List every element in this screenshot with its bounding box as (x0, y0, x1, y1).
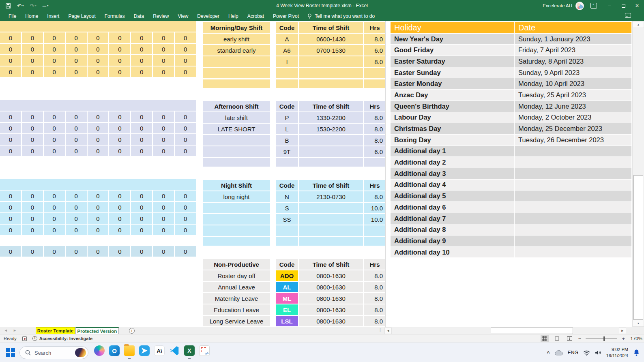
total-cell[interactable]: 0 (175, 146, 196, 156)
total-cell[interactable]: 0 (0, 246, 21, 257)
holiday-date-cell[interactable] (515, 236, 631, 246)
record-macro-icon[interactable] (22, 336, 27, 341)
time-cell[interactable] (299, 135, 363, 146)
code-cell[interactable]: 9T (276, 146, 298, 157)
total-cell[interactable]: 0 (131, 225, 152, 235)
undo-button[interactable]: ↶▾ (17, 3, 24, 9)
total-cell[interactable]: 0 (66, 134, 87, 145)
code-cell[interactable]: A (276, 34, 298, 44)
total-cell[interactable]: 0 (153, 134, 174, 145)
zoom-slider[interactable] (586, 338, 617, 339)
total-cell[interactable]: 0 (66, 213, 87, 224)
tab-formulas[interactable]: Formulas (100, 11, 129, 21)
file-explorer-icon[interactable] (124, 345, 135, 356)
shift-label-cell[interactable] (203, 225, 270, 236)
code-cell[interactable]: I (276, 56, 298, 67)
scroll-right-button[interactable]: ▶ (619, 328, 626, 334)
total-cell[interactable]: 0 (109, 123, 130, 133)
tab-page-layout[interactable]: Page Layout (64, 11, 100, 21)
total-cell[interactable]: 0 (131, 66, 152, 77)
onedrive-cloud-icon[interactable] (555, 350, 563, 356)
total-cell[interactable]: 0 (0, 202, 21, 212)
sheet-tab-roster-template[interactable]: Roster Template (36, 327, 75, 334)
zoom-out-button[interactable]: − (578, 336, 582, 342)
total-cell[interactable]: 0 (88, 202, 109, 212)
hrs-cell[interactable]: 8.0 (364, 135, 386, 146)
hrs-cell[interactable]: 8.0 (364, 112, 386, 123)
total-cell[interactable]: 0 (44, 191, 65, 201)
total-cell[interactable]: 0 (88, 66, 109, 77)
hrs-cell[interactable]: 8.0 (364, 191, 386, 202)
total-cell[interactable]: 0 (44, 55, 65, 66)
total-cell[interactable]: 0 (153, 146, 174, 156)
total-cell[interactable]: 0 (109, 146, 130, 156)
holiday-date-cell[interactable]: Saturday, 8 April 2023 (515, 56, 631, 67)
total-cell[interactable]: 0 (44, 111, 65, 122)
hrs-cell[interactable]: 10.0 (364, 214, 386, 225)
total-cell[interactable]: 0 (66, 66, 87, 77)
scrollbar-splitter-handle[interactable]: ⁞ (380, 328, 380, 332)
total-cell[interactable]: 0 (88, 134, 109, 145)
total-cell[interactable]: 0 (153, 123, 174, 133)
total-cell[interactable]: 0 (66, 146, 87, 156)
time-cell[interactable]: 0800-1630 (299, 304, 363, 315)
tab-power-pivot[interactable]: Power Pivot (268, 11, 303, 21)
tab-data[interactable]: Data (129, 11, 148, 21)
total-cell[interactable]: 0 (131, 134, 152, 145)
time-cell[interactable]: 0800-1630 (299, 316, 363, 326)
holiday-name-cell[interactable]: Additional day 2 (391, 157, 514, 168)
total-cell[interactable]: 0 (44, 213, 65, 224)
hrs-cell[interactable] (364, 225, 386, 236)
total-cell[interactable]: 0 (66, 55, 87, 66)
total-cell[interactable]: 0 (131, 55, 152, 66)
scroll-down-button[interactable]: ▼ (633, 320, 644, 327)
blank-band[interactable] (203, 79, 270, 88)
leave-code-cell[interactable]: LSL (276, 316, 298, 326)
shift-label-cell[interactable]: Maternity Leave (203, 293, 270, 304)
close-button[interactable]: ✕ (630, 0, 644, 11)
shift-label-cell[interactable]: Long Service Leave (203, 316, 270, 326)
hrs-cell[interactable]: 8.0 (364, 34, 386, 44)
holiday-date-cell[interactable]: Monday, 10 April 2023 (515, 78, 631, 89)
shift-label-cell[interactable] (203, 146, 270, 157)
holiday-name-cell[interactable]: Additional day 5 (391, 191, 514, 201)
holiday-date-cell[interactable]: Monday, 12 June 2023 (515, 101, 631, 112)
total-cell[interactable]: 0 (66, 32, 87, 43)
total-cell[interactable]: 0 (22, 246, 43, 257)
total-cell[interactable]: 0 (66, 123, 87, 133)
copilot-icon[interactable] (94, 345, 105, 356)
time-cell[interactable] (299, 56, 363, 67)
holiday-name-cell[interactable]: Labour Day (391, 112, 514, 123)
holiday-name-cell[interactable]: Easter Sunday (391, 67, 514, 78)
total-cell[interactable]: 0 (66, 225, 87, 235)
minimize-button[interactable]: – (603, 0, 616, 11)
total-cell[interactable]: 0 (153, 225, 174, 235)
blank-band[interactable] (276, 158, 386, 167)
total-cell[interactable]: 0 (153, 111, 174, 122)
shift-label-cell[interactable] (203, 214, 270, 225)
tab-developer[interactable]: Developer (193, 11, 224, 21)
holiday-date-cell[interactable]: Monday, 25 December 2023 (515, 123, 631, 134)
total-cell[interactable]: 0 (88, 225, 109, 235)
holiday-date-cell[interactable]: Sunday, 1 January 2023 (515, 34, 631, 45)
hrs-cell[interactable]: 8.0 (364, 282, 386, 292)
total-cell[interactable]: 0 (22, 134, 43, 145)
total-cell[interactable]: 0 (175, 66, 196, 77)
total-cell[interactable]: 0 (109, 213, 130, 224)
shift-label-cell[interactable]: early shift (203, 34, 270, 44)
page-layout-view-button[interactable] (553, 335, 561, 342)
shift-label-cell[interactable]: Education Leave (203, 304, 270, 315)
scroll-up-button[interactable]: ▲ (633, 21, 644, 28)
total-cell[interactable]: 0 (109, 134, 130, 145)
holiday-date-cell[interactable] (515, 180, 631, 191)
time-cell[interactable]: 0800-1630 (299, 270, 363, 281)
scroll-left-button[interactable]: ◀ (384, 328, 392, 334)
holiday-date-cell[interactable]: Sunday, 9 April 2023 (515, 67, 631, 78)
tab-review[interactable]: Review (148, 11, 173, 21)
tab-help[interactable]: Help (224, 11, 243, 21)
tell-me-box[interactable]: Tell me what you want to do (303, 13, 379, 19)
total-cell[interactable]: 0 (109, 55, 130, 66)
totals-header-band[interactable] (0, 100, 196, 111)
leave-code-cell[interactable]: EL (276, 304, 298, 315)
total-cell[interactable]: 0 (22, 146, 43, 156)
